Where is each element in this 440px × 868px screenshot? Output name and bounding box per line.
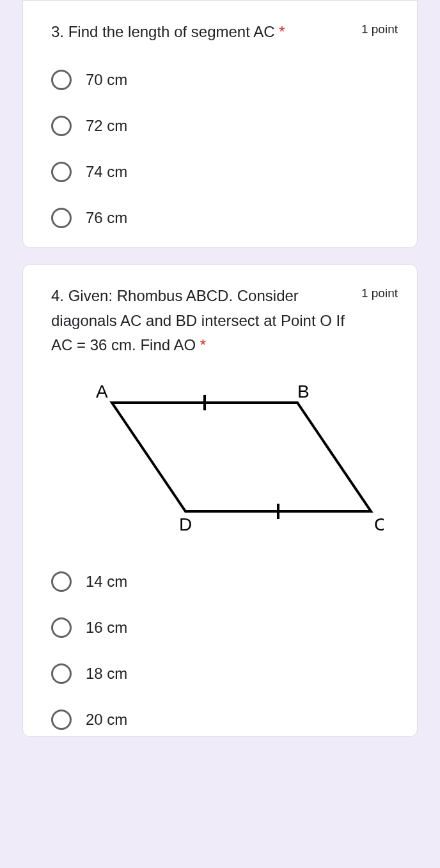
option-70cm[interactable]: 70 cm — [51, 70, 398, 90]
options-group: 70 cm 72 cm 74 cm 76 cm — [51, 70, 398, 228]
radio-icon — [51, 709, 72, 730]
question-card-3: 3. Find the length of segment AC * 1 poi… — [22, 0, 418, 248]
question-text: 3. Find the length of segment AC * — [51, 20, 349, 44]
radio-icon — [51, 116, 72, 136]
required-indicator: * — [279, 23, 285, 40]
label-c: C — [374, 515, 384, 534]
radio-icon — [51, 663, 72, 684]
question-title: 3. Find the length of segment AC — [51, 23, 275, 40]
rhombus-shape — [112, 403, 371, 511]
option-label: 76 cm — [86, 209, 127, 227]
radio-icon — [51, 617, 72, 638]
option-label: 20 cm — [86, 711, 127, 729]
option-label: 18 cm — [86, 665, 127, 683]
rhombus-svg: A B C D — [51, 377, 384, 543]
label-a: A — [96, 382, 108, 401]
question-header: 4. Given: Rhombus ABCD. Consider diagona… — [51, 284, 398, 357]
option-label: 70 cm — [86, 71, 127, 89]
radio-icon — [51, 571, 72, 592]
question-title: 4. Given: Rhombus ABCD. Consider diagona… — [51, 287, 345, 353]
radio-icon — [51, 70, 72, 90]
option-label: 14 cm — [86, 573, 127, 591]
option-72cm[interactable]: 72 cm — [51, 116, 398, 136]
option-label: 74 cm — [86, 163, 127, 181]
option-16cm[interactable]: 16 cm — [51, 617, 398, 638]
option-20cm[interactable]: 20 cm — [51, 709, 398, 730]
options-group: 14 cm 16 cm 18 cm 20 cm — [51, 571, 398, 730]
label-b: B — [297, 382, 310, 401]
points-label: 1 point — [361, 20, 398, 36]
option-label: 72 cm — [86, 117, 127, 135]
option-76cm[interactable]: 76 cm — [51, 208, 398, 228]
label-d: D — [179, 515, 192, 534]
option-74cm[interactable]: 74 cm — [51, 162, 398, 182]
option-18cm[interactable]: 18 cm — [51, 663, 398, 684]
question-card-4: 4. Given: Rhombus ABCD. Consider diagona… — [22, 264, 418, 736]
question-text: 4. Given: Rhombus ABCD. Consider diagona… — [51, 284, 349, 357]
required-indicator: * — [200, 336, 206, 353]
points-label: 1 point — [361, 284, 398, 300]
option-14cm[interactable]: 14 cm — [51, 571, 398, 592]
rhombus-diagram: A B C D — [51, 377, 398, 546]
radio-icon — [51, 162, 72, 182]
radio-icon — [51, 208, 72, 228]
question-header: 3. Find the length of segment AC * 1 poi… — [51, 20, 398, 44]
option-label: 16 cm — [86, 619, 127, 637]
